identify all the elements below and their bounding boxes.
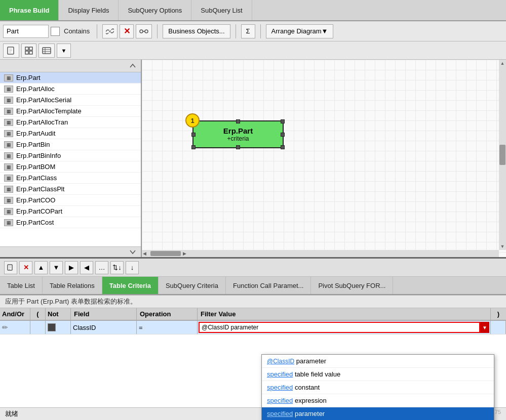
tab-table-criteria[interactable]: Table Criteria	[102, 277, 159, 294]
separator-1	[97, 24, 97, 38]
diagram-node-erp-part[interactable]: 1 Erp.Part +criteria	[192, 120, 284, 148]
dropdown-item-text-1: parameter	[296, 357, 326, 365]
ellipsis-button[interactable]: …	[95, 261, 108, 274]
scroll-up-icon	[129, 62, 137, 70]
field-value: ClassID	[73, 324, 96, 331]
sort-button[interactable]: ⇅↓	[110, 261, 124, 274]
table-item-icon: ▦	[4, 86, 13, 93]
filter-input-wrap: ▼	[199, 322, 489, 333]
list-item[interactable]: ▦ Erp.PartAllocTemplate	[0, 106, 141, 117]
dropdown-item-expression[interactable]: specified expression	[262, 394, 494, 407]
arrange-diagram-button[interactable]: Arrange Diagram▼	[266, 24, 334, 38]
list-item[interactable]: ▦ Erp.PartAllocTran	[0, 117, 141, 128]
search-input[interactable]	[3, 25, 49, 38]
node-badge: 1	[185, 113, 200, 128]
merge-icon	[139, 27, 148, 35]
criteria-row[interactable]: ✏ ClassID = ▼	[0, 321, 506, 334]
col-header-field: Field	[71, 308, 137, 320]
new-doc-icon	[7, 47, 16, 55]
resize-handle-br[interactable]	[281, 145, 285, 149]
arrow-down-button[interactable]: ↓	[126, 261, 139, 274]
table-button[interactable]	[38, 44, 55, 58]
svg-rect-3	[25, 47, 28, 50]
dropdown-item-text-2: table field value	[295, 370, 340, 378]
table-item-icon: ▦	[4, 130, 13, 137]
dropdown-item-classid-param[interactable]: @ClassID parameter	[262, 355, 494, 368]
left-button[interactable]: ◀	[80, 261, 93, 274]
resize-handle-tr[interactable]	[281, 119, 285, 123]
dropdown-item-table-field[interactable]: specified table field value	[262, 368, 494, 381]
tab-function-call[interactable]: Function Call Paramet...	[226, 277, 311, 294]
row-field: ClassID	[71, 321, 137, 334]
table-item-name: Erp.Part	[16, 74, 41, 81]
bottom-scrollbar[interactable]: ◀ ▶	[142, 250, 499, 257]
tab-pivot-subquery[interactable]: Pivot SubQuery FOR...	[311, 277, 393, 294]
scroll-down-icon	[129, 248, 137, 256]
horizontal-scrollbar-area	[30, 410, 81, 417]
col-header-paren-r: )	[491, 308, 506, 320]
merge-button[interactable]	[136, 24, 152, 38]
dropdown-arrow-button[interactable]: ▼	[57, 44, 71, 58]
svg-point-0	[140, 30, 143, 33]
list-item[interactable]: ▦ Erp.PartAllocSerial	[0, 95, 141, 106]
table-item-name: Erp.PartClassPlt	[16, 185, 64, 193]
delete-row-button[interactable]: ✕	[19, 261, 32, 274]
tab-subquery-list[interactable]: SubQuery List	[191, 0, 252, 20]
list-item[interactable]: ▦ Erp.PartCOO	[0, 195, 141, 206]
table-item-icon: ▦	[4, 141, 13, 148]
grid-icon	[25, 47, 33, 55]
dropdown-item-spec-param[interactable]: specified parameter	[262, 407, 494, 420]
list-item[interactable]: ▦ Erp.PartClass	[0, 173, 141, 184]
tab-subquery-options[interactable]: SubQuery Options	[119, 0, 191, 20]
resize-handle-bm[interactable]	[236, 145, 240, 149]
col-header-not: Not	[46, 308, 71, 320]
contains-checkbox[interactable]	[51, 27, 60, 36]
table-item-icon: ▦	[4, 119, 13, 126]
list-item[interactable]: ▦ Erp.PartBinInfo	[0, 150, 141, 161]
tab-subquery-criteria[interactable]: SubQuery Criteria	[159, 277, 226, 294]
list-item[interactable]: ▦ Erp.PartBOM	[0, 161, 141, 173]
list-item[interactable]: ▦ Erp.Part	[0, 72, 141, 83]
resize-handle-tm[interactable]	[236, 119, 240, 123]
grid-button[interactable]	[21, 44, 36, 58]
list-item[interactable]: ▦ Erp.PartClassPlt	[0, 184, 141, 195]
top-tab-bar: Phrase Build Display Fields SubQuery Opt…	[0, 0, 506, 21]
svg-rect-4	[29, 47, 32, 50]
resize-handle-mr[interactable]	[281, 133, 285, 137]
list-item[interactable]: ▦ Erp.PartAudit	[0, 128, 141, 139]
list-item[interactable]: ▦ Erp.PartBin	[0, 139, 141, 150]
filter-dropdown-button[interactable]: ▼	[480, 322, 489, 333]
down-button[interactable]: ▼	[50, 261, 63, 274]
sigma-button[interactable]: Σ	[241, 24, 255, 38]
not-checkbox[interactable]	[48, 323, 56, 331]
resize-handle-bl[interactable]	[191, 145, 196, 149]
tab-display-fields[interactable]: Display Fields	[59, 0, 119, 20]
right-button[interactable]: ▶	[65, 261, 78, 274]
dropdown-item-constant[interactable]: specified constant	[262, 381, 494, 394]
dropdown-item-text-3: constant	[295, 384, 320, 391]
specified-link-2: specified	[267, 384, 293, 391]
col-header-filter: Filter Value	[198, 308, 491, 320]
diagram-canvas: 1 Erp.Part +criteria ▲ ▼ ◀ ▶	[142, 60, 506, 257]
tab-table-list[interactable]: Table List	[0, 277, 43, 294]
dropdown-item-text-4: expression	[295, 397, 327, 404]
delete-button[interactable]: ✕	[120, 24, 134, 38]
right-scrollbar[interactable]: ▲ ▼	[499, 60, 506, 250]
list-item[interactable]: ▦ Erp.PartAlloc	[0, 83, 141, 95]
table-item-name: Erp.PartAllocTemplate	[16, 107, 82, 115]
list-item[interactable]: ▦ Erp.PartCost	[0, 217, 141, 228]
tab-table-relations[interactable]: Table Relations	[43, 277, 102, 294]
tab-phrase-build[interactable]: Phrase Build	[0, 0, 59, 20]
link-button[interactable]	[102, 24, 118, 38]
new-row-button[interactable]	[4, 261, 17, 274]
filter-value-input[interactable]	[199, 322, 480, 333]
table-item-name: Erp.PartAllocSerial	[16, 96, 71, 104]
separator-2	[157, 24, 158, 38]
table-item-name: Erp.PartCOO	[16, 196, 55, 204]
list-item[interactable]: ▦ Erp.PartCOPart	[0, 206, 141, 217]
up-button[interactable]: ▲	[34, 261, 48, 274]
new-button[interactable]	[3, 44, 19, 58]
resize-handle-ml[interactable]	[191, 133, 196, 137]
specified-link-1: specified	[267, 370, 293, 378]
business-objects-button[interactable]: Business Objects...	[163, 24, 230, 38]
